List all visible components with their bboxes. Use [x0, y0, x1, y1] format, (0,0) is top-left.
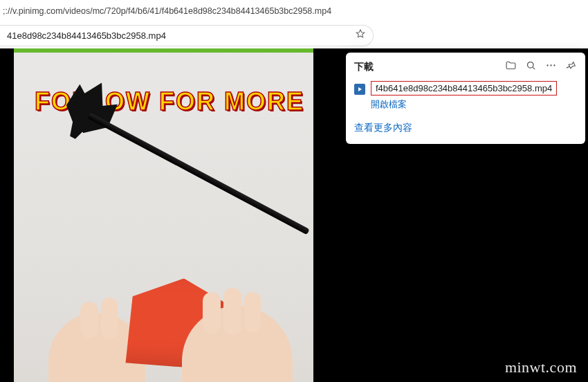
favorite-star-icon[interactable]: [355, 28, 366, 42]
full-url-text: ;://v.pinimg.com/videos/mc/720p/f4/b6/41…: [0, 6, 331, 16]
svg-point-2: [546, 64, 548, 66]
video-file-icon: [354, 84, 365, 95]
address-bar[interactable]: 41e8d98c234b84413465b3bc2958.mp4: [0, 25, 374, 46]
video-player[interactable]: FOLLOW FOR MORE: [14, 48, 313, 382]
more-icon[interactable]: [545, 60, 557, 74]
watermark-text: minwt.com: [505, 358, 577, 376]
download-item[interactable]: f4b641e8d98c234b84413465b3bc2958.mp4 開啟檔…: [354, 81, 577, 111]
browser-chrome-row: 41e8d98c234b84413465b3bc2958.mp4 %: [0, 22, 588, 48]
address-bar-wrap: 41e8d98c234b84413465b3bc2958.mp4: [0, 22, 374, 48]
search-icon[interactable]: [525, 60, 537, 74]
downloads-header: 下載: [354, 60, 577, 74]
downloads-actions: [505, 60, 577, 74]
downloads-title: 下載: [354, 61, 374, 73]
browser-url-row: ;://v.pinimg.com/videos/mc/720p/f4/b6/41…: [0, 0, 588, 22]
open-folder-icon[interactable]: [505, 60, 517, 74]
address-text: 41e8d98c234b84413465b3bc2958.mp4: [7, 30, 349, 41]
pin-icon[interactable]: [565, 60, 577, 74]
video-frame: FOLLOW FOR MORE: [14, 53, 313, 382]
svg-point-4: [553, 64, 555, 66]
open-file-link[interactable]: 開啟檔案: [371, 98, 557, 111]
svg-point-3: [550, 64, 551, 66]
see-more-link[interactable]: 查看更多內容: [354, 122, 577, 134]
downloads-panel: 下載 f4b641e8d98c234b84413465b3bc2958.mp4 …: [346, 53, 585, 144]
svg-point-1: [528, 62, 534, 69]
download-item-body: f4b641e8d98c234b84413465b3bc2958.mp4 開啟檔…: [371, 81, 557, 111]
download-filename[interactable]: f4b641e8d98c234b84413465b3bc2958.mp4: [371, 81, 557, 96]
